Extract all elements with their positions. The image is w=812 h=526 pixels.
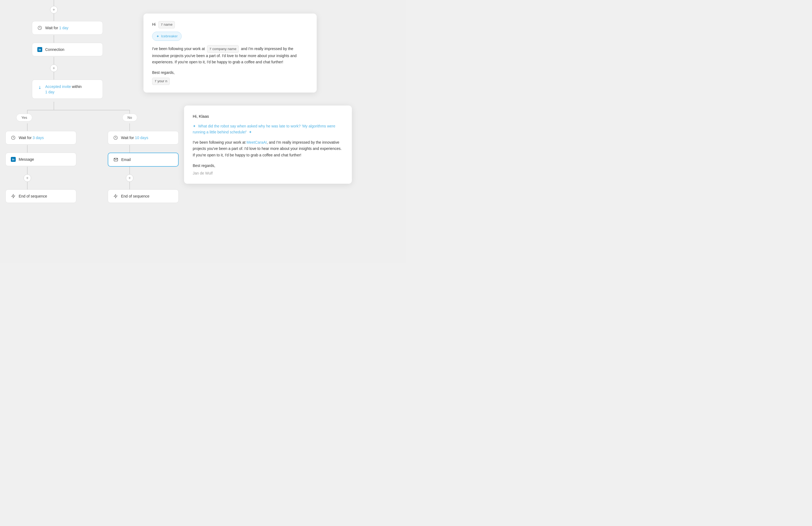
preview1-signoff: Best regards,: [152, 70, 308, 75]
preview2-greeting: Hi, Klaas: [193, 113, 343, 120]
yes-clock-icon: [11, 135, 16, 141]
yes-connector-4: [27, 182, 28, 189]
preview2-signoff: Best regards,: [193, 163, 343, 169]
company-token: T company name: [207, 45, 239, 53]
branch-h-line: [27, 110, 130, 111]
icebreaker-badge: ✦ Icebreaker: [152, 32, 182, 41]
no-bolt-icon: [113, 193, 118, 199]
preview2-body: I've been following your work at MeetCar…: [193, 140, 343, 158]
yes-connector-1: [27, 123, 28, 131]
add-button-yes[interactable]: +: [24, 174, 31, 182]
svg-marker-2: [12, 194, 15, 198]
connector-1: [54, 14, 54, 21]
preview-card-1: Hi T name ✦ Icebreaker I've been followi…: [143, 14, 317, 92]
no-connector-4: [129, 182, 130, 189]
linkedin-icon-2: in: [11, 157, 16, 162]
add-button-no[interactable]: +: [126, 174, 133, 182]
your-name-token: T your n: [152, 78, 170, 85]
accepted-invite-node[interactable]: Accepted invite within 1 day: [32, 79, 103, 99]
connection-node[interactable]: in Connection: [32, 43, 103, 56]
no-label[interactable]: No: [122, 114, 137, 121]
name-token: T name: [158, 21, 175, 28]
no-wait-node[interactable]: Wait for 10 days: [108, 131, 179, 145]
no-clock-icon: [113, 135, 118, 141]
no-connector-3: [129, 167, 130, 174]
yes-connector-3: [27, 167, 28, 174]
no-connector-2: [129, 145, 130, 152]
linkedin-icon: in: [37, 47, 43, 52]
yes-wait-node[interactable]: Wait for 3 days: [5, 131, 76, 145]
wait-node-top[interactable]: Wait for 1 day: [32, 21, 103, 35]
no-email-node[interactable]: Email: [108, 152, 179, 167]
yes-bolt-icon: [11, 193, 16, 199]
add-button-top[interactable]: +: [50, 6, 58, 14]
preview2-icebreaker: ✦ What did the robot say when asked why …: [193, 123, 343, 135]
yes-message-node[interactable]: in Message: [5, 152, 76, 166]
no-end-node[interactable]: End of sequence: [108, 189, 179, 203]
connector-2: [54, 35, 54, 43]
preview2-sender: Jan de Wulf: [193, 170, 343, 176]
connector-4: [54, 72, 54, 79]
clock-icon: [37, 25, 43, 31]
svg-marker-5: [114, 194, 117, 198]
no-connector-1: [129, 123, 130, 131]
yes-end-node[interactable]: End of sequence: [5, 189, 76, 203]
preview-card-2: Hi, Klaas ✦ What did the robot say when …: [184, 105, 352, 184]
preview1-greeting-line: Hi T name: [152, 21, 308, 28]
yes-connector-2: [27, 145, 28, 152]
connector-3: [54, 57, 54, 64]
canvas: + Wait for 1 day in Connection + Accepte…: [0, 0, 406, 263]
email-icon: [113, 157, 118, 162]
connector-5: [54, 102, 54, 110]
add-button-middle[interactable]: +: [50, 64, 58, 72]
yes-label[interactable]: Yes: [16, 114, 32, 121]
connector-line-top: [54, 0, 54, 6]
accepted-invite-icon: [37, 85, 43, 90]
preview1-body: I've been following your work at T compa…: [152, 45, 308, 65]
